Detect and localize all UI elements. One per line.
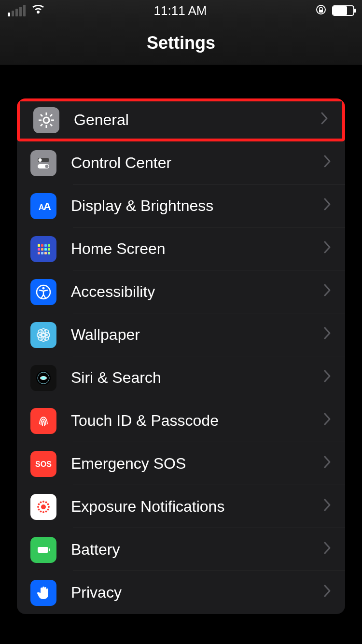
svg-rect-61: [49, 548, 50, 551]
fingerprint-icon: [30, 408, 56, 434]
svg-rect-1: [319, 10, 323, 13]
toggles-icon: [30, 150, 56, 176]
svg-point-2: [43, 117, 49, 123]
settings-row-siri[interactable]: Siri & Search: [17, 356, 345, 399]
chevron-right-icon: [323, 239, 332, 258]
svg-point-38: [38, 336, 43, 340]
row-label: Emergency SOS: [71, 455, 323, 473]
chevron-right-icon: [323, 497, 332, 516]
svg-rect-26: [41, 252, 43, 254]
row-label: Accessibility: [71, 283, 323, 301]
row-label: Exposure Notifications: [71, 498, 323, 516]
accessibility-icon: [30, 279, 56, 305]
battery-icon: [30, 537, 56, 563]
settings-list: GeneralControl CenterAADisplay & Brightn…: [17, 98, 345, 614]
settings-row-battery[interactable]: Battery: [17, 528, 345, 571]
settings-row-home-screen[interactable]: Home Screen: [17, 227, 345, 270]
svg-point-14: [45, 165, 49, 168]
status-bar: 11:11 AM: [0, 0, 362, 21]
svg-point-51: [42, 511, 44, 513]
row-label: Wallpaper: [71, 326, 323, 344]
chevron-right-icon: [323, 282, 332, 301]
row-label: Touch ID & Passcode: [71, 412, 323, 430]
svg-rect-22: [41, 248, 43, 251]
svg-point-58: [45, 501, 47, 503]
settings-row-wallpaper[interactable]: Wallpaper: [17, 313, 345, 356]
chevron-right-icon: [323, 368, 332, 387]
settings-row-privacy[interactable]: Privacy: [17, 571, 345, 614]
svg-point-48: [48, 506, 50, 508]
row-label: Control Center: [71, 154, 323, 172]
svg-rect-23: [44, 248, 47, 251]
row-label: Home Screen: [71, 240, 323, 258]
cellular-signal-icon: [8, 5, 26, 16]
gear-icon: [33, 107, 59, 133]
svg-point-47: [41, 504, 46, 509]
row-label: Display & Brightness: [71, 197, 323, 215]
svg-rect-25: [38, 252, 40, 254]
settings-row-accessibility[interactable]: Accessibility: [17, 270, 345, 313]
svg-rect-20: [48, 244, 50, 247]
svg-line-8: [50, 124, 52, 126]
settings-row-exposure[interactable]: Exposure Notifications: [17, 485, 345, 528]
settings-row-control-center[interactable]: Control Center: [17, 141, 345, 184]
hand-icon: [30, 580, 56, 606]
svg-point-37: [44, 330, 49, 335]
page-title: Settings: [147, 33, 215, 53]
svg-point-45: [41, 377, 46, 379]
svg-rect-24: [48, 248, 50, 251]
svg-point-30: [42, 287, 45, 289]
orientation-lock-icon: [316, 3, 326, 18]
wifi-icon: [31, 3, 45, 18]
battery-status-icon: [332, 5, 354, 16]
svg-point-59: [47, 503, 49, 505]
sos-icon: SOS: [30, 451, 56, 477]
chevron-right-icon: [320, 111, 329, 129]
svg-point-39: [44, 336, 49, 340]
svg-rect-18: [41, 244, 43, 247]
svg-rect-60: [38, 547, 48, 553]
svg-rect-17: [38, 244, 40, 247]
nav-bar: Settings: [0, 21, 362, 65]
chevron-right-icon: [323, 583, 332, 602]
exposure-icon: [30, 494, 56, 520]
svg-point-50: [45, 510, 47, 512]
row-label: Battery: [71, 541, 323, 559]
siri-icon: [30, 365, 56, 391]
svg-point-49: [47, 508, 49, 510]
settings-row-touchid[interactable]: Touch ID & Passcode: [17, 399, 345, 442]
svg-rect-28: [48, 252, 50, 254]
svg-rect-21: [38, 248, 40, 251]
svg-point-56: [40, 501, 42, 503]
settings-row-display[interactable]: AADisplay & Brightness: [17, 184, 345, 227]
status-time: 11:11 AM: [45, 3, 316, 18]
svg-line-9: [41, 124, 42, 126]
svg-point-54: [37, 506, 39, 508]
row-label: Siri & Search: [71, 369, 323, 387]
chevron-right-icon: [323, 540, 332, 559]
svg-rect-19: [44, 244, 47, 247]
svg-line-10: [50, 114, 52, 116]
chevron-right-icon: [323, 196, 332, 215]
svg-point-12: [39, 158, 42, 162]
settings-row-sos[interactable]: SOSEmergency SOS: [17, 442, 345, 485]
svg-rect-27: [44, 252, 47, 254]
svg-point-55: [38, 503, 40, 505]
row-label: General: [74, 111, 320, 129]
apps-icon: [30, 236, 56, 262]
chevron-right-icon: [323, 411, 332, 430]
flower-icon: [30, 322, 56, 348]
svg-text:A: A: [43, 200, 51, 212]
chevron-right-icon: [323, 325, 332, 344]
svg-point-52: [40, 510, 42, 512]
svg-line-7: [41, 114, 42, 116]
svg-point-53: [38, 508, 40, 510]
row-label: Privacy: [71, 584, 323, 602]
settings-row-general[interactable]: General: [17, 98, 345, 141]
chevron-right-icon: [323, 154, 332, 172]
svg-point-36: [38, 330, 43, 335]
aa-icon: AA: [30, 193, 56, 219]
chevron-right-icon: [323, 454, 332, 473]
svg-text:SOS: SOS: [35, 460, 52, 468]
svg-point-57: [42, 501, 44, 503]
